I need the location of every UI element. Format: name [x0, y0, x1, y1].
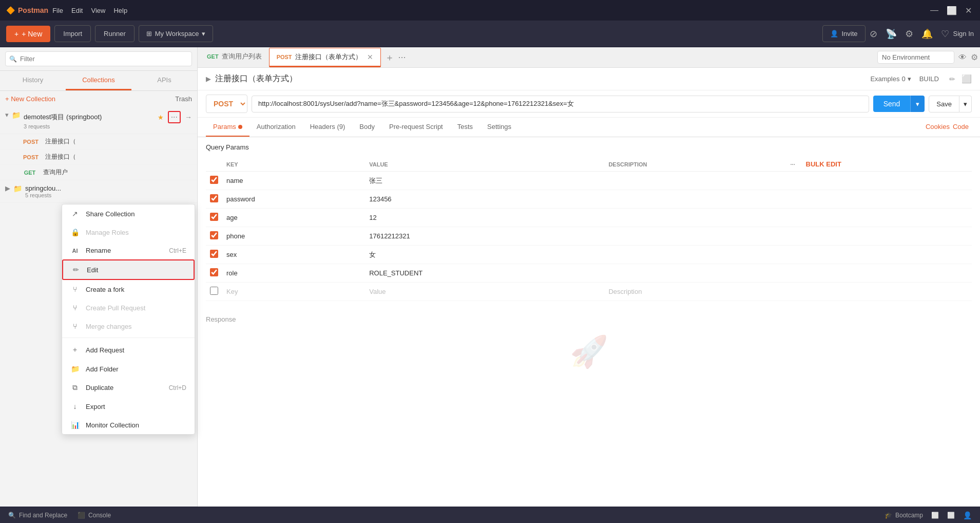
url-input[interactable] [252, 96, 869, 113]
bootcamp-button[interactable]: 🎓 Bootcamp [885, 512, 923, 519]
edit-title-icon[interactable]: ✏ [949, 75, 955, 83]
menu-add-folder[interactable]: 📁 Add Folder [62, 360, 195, 378]
filter-input[interactable] [5, 51, 192, 66]
request-item-post1[interactable]: POST 注册接口（ [0, 134, 197, 150]
examples-chevron: ▾ [908, 75, 911, 83]
notification-icon[interactable]: 🔔 [921, 28, 933, 40]
param-sex-key[interactable]: sex [222, 246, 365, 264]
param-name-key[interactable]: name [222, 172, 365, 190]
settings-icon-2[interactable]: ⚙ [971, 52, 978, 62]
save-button[interactable]: Save [929, 96, 959, 113]
more-params-btn[interactable]: ··· [791, 161, 795, 167]
examples-button[interactable]: Examples 0 ▾ [870, 75, 911, 83]
send-dropdown-button[interactable]: ▾ [910, 96, 925, 112]
req-tab-headers[interactable]: Headers (9) [303, 118, 353, 137]
param-role-key[interactable]: role [222, 264, 365, 283]
tab-collections[interactable]: Collections [66, 71, 131, 90]
workspace-grid-icon: ⊞ [146, 30, 152, 38]
param-age-key[interactable]: age [222, 209, 365, 227]
console-button[interactable]: ⬛ Console [78, 512, 111, 519]
param-password-key[interactable]: password [222, 190, 365, 209]
tab-close-button[interactable]: ✕ [367, 53, 373, 61]
interceptor-icon[interactable]: ⊘ [870, 28, 877, 40]
param-empty-key[interactable]: Key [222, 283, 365, 301]
find-replace-button[interactable]: 🔍 Find and Replace [8, 512, 67, 519]
tab-post-register[interactable]: POST 注册接口（表单方式） ✕ [269, 48, 381, 67]
settings-icon[interactable]: ⚙ [905, 28, 913, 40]
more-icon[interactable]: ··· [168, 111, 181, 123]
send-button[interactable]: Send [873, 96, 911, 112]
request-item-get[interactable]: GET 查询用户 [0, 165, 197, 180]
layout-icon-2[interactable]: ⬜ [947, 512, 955, 519]
maximize-button[interactable]: ⬜ [945, 6, 959, 15]
menu-edit[interactable]: Edit [71, 7, 83, 14]
import-button[interactable]: Import [54, 25, 91, 42]
menu-help[interactable]: Help [113, 7, 127, 14]
param-phone-value[interactable]: 17612212321 [365, 227, 604, 246]
folder-icon-2: 📁 [13, 184, 22, 193]
signin-button[interactable]: Sign In [953, 30, 974, 38]
runner-button[interactable]: Runner [95, 25, 134, 42]
minimize-button[interactable]: — [928, 6, 940, 15]
param-phone-key[interactable]: phone [222, 227, 365, 246]
bulk-edit-button[interactable]: Bulk Edit [806, 160, 841, 168]
close-button[interactable]: ✕ [963, 6, 974, 15]
tab-history[interactable]: History [0, 71, 66, 90]
req-tab-pre-request[interactable]: Pre-request Script [382, 118, 450, 137]
new-collection-button[interactable]: + New Collection [5, 95, 55, 103]
param-empty-value[interactable]: Value [365, 283, 604, 301]
param-sex-checkbox[interactable] [210, 250, 218, 258]
param-phone-checkbox[interactable] [210, 231, 218, 239]
param-age-checkbox[interactable] [210, 213, 218, 221]
param-age-value[interactable]: 12 [365, 209, 604, 227]
req-tab-body[interactable]: Body [352, 118, 382, 137]
param-sex-value[interactable]: 女 [365, 246, 604, 264]
param-password-checkbox[interactable] [210, 194, 218, 202]
method-select[interactable]: POST [206, 95, 247, 113]
request-item-post2[interactable]: POST 注册接口（ [0, 150, 197, 165]
new-button[interactable]: + + New [6, 26, 50, 42]
trash-button[interactable]: Trash [175, 95, 192, 103]
invite-button[interactable]: 👤 Invite [822, 25, 865, 42]
cookies-link[interactable]: Cookies [926, 118, 950, 137]
collection-demotest[interactable]: ▾ 📁 demotest项目 (springboot) ★ ··· → 3 re… [0, 107, 197, 134]
eye-icon[interactable]: 👁 [958, 53, 967, 62]
req-tab-params[interactable]: Params [206, 118, 249, 137]
collection-springcloud[interactable]: ▶ 📁 springclou... 5 requests [0, 180, 197, 203]
req-tab-tests[interactable]: Tests [450, 118, 480, 137]
param-empty-checkbox[interactable] [210, 287, 218, 295]
menu-edit[interactable]: ✏ Edit [62, 259, 195, 280]
workspace-switcher[interactable]: ⊞ My Workspace ▾ [139, 25, 214, 42]
req-tab-authorization[interactable]: Authorization [249, 118, 303, 137]
param-role-value[interactable]: ROLE_STUDENT [365, 264, 604, 283]
param-name-value[interactable]: 张三 [365, 172, 604, 190]
menu-view[interactable]: View [91, 7, 105, 14]
param-role-checkbox[interactable] [210, 268, 218, 276]
param-name-checkbox[interactable] [210, 176, 218, 184]
star-icon[interactable]: ★ [158, 114, 164, 121]
layout-icon-1[interactable]: ⬜ [931, 512, 939, 519]
build-button[interactable]: BUILD [915, 73, 943, 85]
more-options-icon[interactable]: ⬜ [962, 74, 972, 84]
save-dropdown-button[interactable]: ▾ [959, 96, 972, 113]
sync-icon[interactable]: 📡 [886, 28, 897, 40]
add-tab-button[interactable]: ＋ [385, 51, 394, 64]
menu-export[interactable]: ↓ Export [62, 397, 195, 416]
menu-monitor[interactable]: 📊 Monitor Collection [62, 416, 195, 434]
env-dropdown[interactable]: No Environment [877, 51, 954, 64]
menu-duplicate[interactable]: ⧉ Duplicate Ctrl+D [62, 378, 195, 397]
menu-add-request[interactable]: ＋ Add Request [62, 340, 195, 360]
menu-rename[interactable]: AI Rename Ctrl+E [62, 241, 195, 259]
menu-file[interactable]: File [52, 7, 63, 14]
more-tabs-button[interactable]: ··· [398, 52, 406, 63]
tab-apis[interactable]: APIs [131, 71, 197, 90]
req-tab-settings[interactable]: Settings [480, 118, 518, 137]
window-controls: — ⬜ ✕ [928, 6, 974, 15]
param-password-value[interactable]: 123456 [365, 190, 604, 209]
code-link[interactable]: Code [950, 118, 972, 137]
menu-create-pull: ⑂ Create Pull Request [62, 298, 195, 317]
heart-icon[interactable]: ♡ [941, 28, 949, 40]
menu-create-fork[interactable]: ⑂ Create a fork [62, 280, 195, 298]
menu-share-collection[interactable]: ↗ Share Collection [62, 204, 195, 223]
tab-get-query[interactable]: GET 查询用户列表 [200, 48, 269, 67]
